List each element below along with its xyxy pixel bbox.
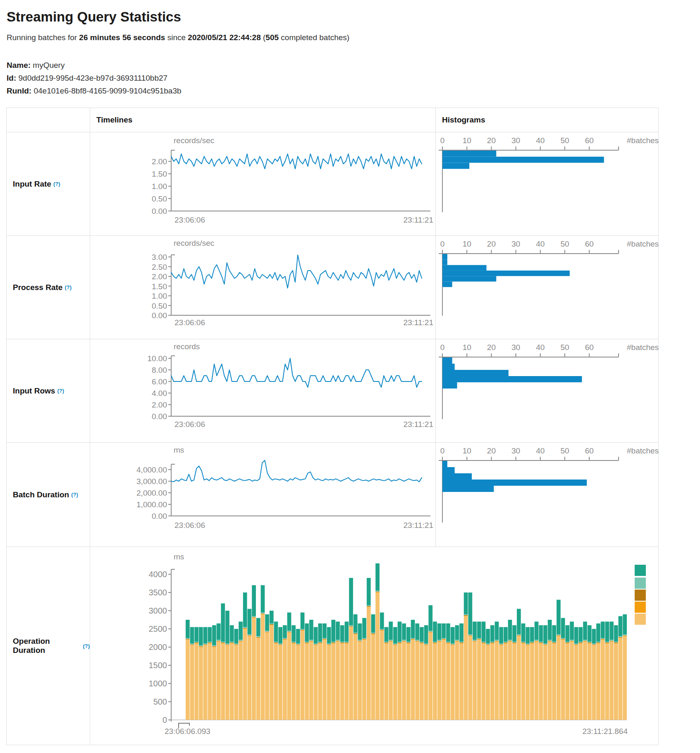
- axis-label: 10: [463, 343, 471, 352]
- help-icon-input-rows[interactable]: (?): [57, 388, 64, 394]
- stacked-bar-segment: [464, 616, 468, 616]
- stacked-bar-segment: [579, 643, 583, 643]
- axis-label: 3,000.00: [136, 477, 167, 486]
- stacked-bar-segment: [301, 629, 305, 630]
- histogram-cell-input-rows: 0102030405060#batches: [436, 339, 658, 443]
- histogram-bar: [442, 163, 469, 169]
- stacked-bar-segment: [588, 642, 592, 643]
- stacked-bar-segment: [566, 642, 570, 643]
- stacked-bar-segment: [318, 624, 322, 642]
- axis-label: 10: [463, 240, 471, 248]
- stacked-bar-segment: [362, 639, 366, 639]
- stacked-bar-segment: [609, 642, 614, 720]
- stacked-bar-segment: [256, 618, 260, 636]
- stacked-bar-segment: [305, 643, 309, 643]
- stacked-bar-segment: [451, 627, 455, 644]
- axis-label: #batches: [627, 136, 659, 145]
- stacked-bar-segment: [212, 625, 216, 645]
- stacked-bar-segment: [371, 633, 375, 633]
- stacked-bar-segment: [490, 643, 495, 643]
- query-meta: Name: myQuery Id: 9d0dd219-995d-423e-b97…: [7, 59, 700, 97]
- stacked-bar-segment: [283, 638, 287, 639]
- stacked-bar-segment: [234, 644, 239, 645]
- stacked-bar-segment: [375, 592, 380, 720]
- timeline-chart-input-rate: records/sec2.001.501.000.500.0023:06:062…: [90, 132, 436, 236]
- timeline-chart-batch-duration: ms4,000.003,000.002,000.001,000.000.0023…: [90, 443, 436, 547]
- histogram-cell-process-rate: 0102030405060#batches: [436, 236, 658, 339]
- stacked-bar-segment: [270, 624, 274, 624]
- axis-label: ms: [174, 552, 184, 561]
- stacked-bar-segment: [437, 642, 442, 720]
- stacked-bar-segment: [398, 643, 402, 643]
- stacked-bar-segment: [473, 641, 477, 642]
- stacked-bar-segment: [499, 645, 503, 720]
- stacked-bar-segment: [203, 643, 208, 644]
- stacked-bar-segment: [619, 616, 623, 636]
- axis-label: 0: [440, 446, 445, 455]
- stacked-bar-segment: [327, 644, 331, 645]
- stacked-bar-segment: [225, 645, 229, 645]
- stacked-bar-segment: [283, 640, 287, 720]
- stacked-bar-segment: [566, 643, 570, 720]
- stacked-bar-segment: [349, 627, 353, 720]
- stacked-bar-segment: [367, 607, 371, 607]
- stacked-bar-segment: [415, 640, 419, 640]
- stacked-bar-segment: [252, 617, 256, 618]
- stacked-bar-segment: [287, 632, 291, 633]
- stacked-bar-segment: [415, 624, 419, 640]
- stacked-bar-segment: [561, 638, 565, 639]
- help-icon-process-rate[interactable]: (?): [65, 284, 72, 290]
- stacked-bar-segment: [609, 640, 614, 640]
- stacked-bar-segment: [543, 645, 547, 720]
- stacked-bar-segment: [305, 624, 309, 642]
- stacked-bar-segment: [239, 642, 243, 720]
- stacked-bar-segment: [199, 646, 203, 647]
- axis-label: 40: [536, 136, 545, 145]
- help-icon-batch-duration[interactable]: (?): [71, 492, 78, 498]
- stacked-bar-segment: [230, 643, 234, 720]
- stacked-bar-segment: [296, 645, 300, 645]
- stacked-bar-segment: [327, 643, 331, 644]
- axis-label: 50: [560, 240, 569, 248]
- axis-label: 23:11:21: [403, 216, 433, 224]
- stacked-bar-segment: [561, 639, 565, 639]
- stacked-bar-segment: [265, 614, 269, 631]
- stacked-bar-segment: [619, 636, 623, 637]
- stacked-bar-segment: [234, 643, 239, 644]
- help-icon-input-rate[interactable]: (?): [53, 181, 60, 187]
- stacked-bar-segment: [579, 643, 583, 720]
- stacked-bar-segment: [557, 636, 561, 720]
- stacked-bar-segment: [508, 642, 512, 720]
- statistics-table: Timelines Histograms Input Rate(?)record…: [6, 108, 659, 745]
- axis-label: 40: [536, 343, 545, 352]
- stacked-bar-segment: [468, 636, 473, 720]
- stacked-bar-segment: [194, 627, 198, 642]
- help-icon-operation-duration[interactable]: (?): [83, 643, 90, 649]
- stacked-bar-segment: [243, 592, 247, 627]
- stacked-bar-segment: [252, 616, 256, 617]
- stacked-bar-segment: [318, 643, 322, 643]
- histogram-bar: [442, 265, 487, 271]
- histogram-bar: [442, 382, 457, 388]
- stacked-bar-segment: [385, 627, 389, 642]
- histogram-chart-input-rows: 0102030405060#batches: [436, 339, 658, 443]
- stacked-bar-segment: [521, 642, 526, 643]
- stacked-bar-segment: [504, 643, 508, 643]
- stacked-bar-segment: [349, 578, 353, 625]
- stacked-bar-segment: [552, 643, 556, 643]
- stacked-bar-segment: [437, 624, 442, 640]
- row-label-batch-duration: Batch Duration(?): [7, 443, 90, 547]
- stacked-bar-segment: [535, 640, 539, 640]
- stacked-bar-segment: [552, 625, 556, 642]
- axis-label: 2.00: [152, 272, 167, 281]
- stacked-bar-segment: [358, 624, 362, 640]
- stacked-bar-segment: [274, 643, 278, 643]
- stacked-bar-segment: [345, 643, 349, 720]
- stacked-bar-segment: [486, 643, 490, 644]
- stacked-bar-segment: [530, 642, 534, 643]
- axis-label: 40: [536, 240, 545, 248]
- stacked-bar-segment: [609, 621, 614, 640]
- stacked-bar-segment: [596, 642, 600, 643]
- stacked-bar-segment: [358, 640, 362, 640]
- stacked-bar-segment: [601, 640, 605, 720]
